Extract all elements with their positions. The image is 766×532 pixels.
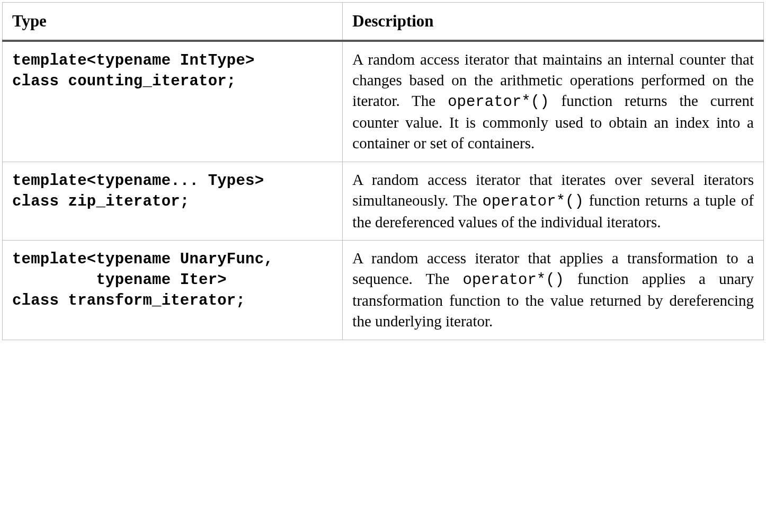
type-code-cell: template<typename... Types> class zip_it… [3, 162, 343, 240]
operator-code: operator*() [463, 271, 564, 289]
header-description: Description [343, 3, 764, 41]
type-code-cell: template<typename IntType> class countin… [3, 41, 343, 162]
table-row: template<typename... Types> class zip_it… [3, 162, 764, 240]
iterator-types-table: Type Description template<typename IntTy… [2, 2, 764, 340]
description-cell: A random access iterator that maintains … [343, 41, 764, 162]
operator-code: operator*() [448, 93, 549, 111]
table-row: template<typename IntType> class countin… [3, 41, 764, 162]
description-cell: A random access iterator that iterates o… [343, 162, 764, 240]
operator-code: operator*() [482, 193, 583, 210]
header-type: Type [3, 3, 343, 41]
table-row: template<typename UnaryFunc, typename It… [3, 240, 764, 340]
table-header-row: Type Description [3, 3, 764, 41]
type-code-cell: template<typename UnaryFunc, typename It… [3, 240, 343, 340]
description-cell: A random access iterator that applies a … [343, 240, 764, 340]
